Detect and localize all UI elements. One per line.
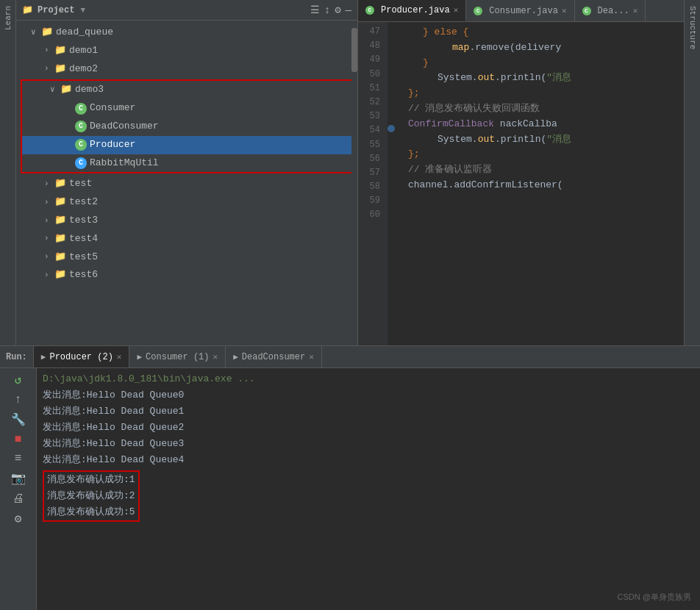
left-sidebar-tabs: Learn: [0, 0, 16, 345]
run-tab-deadconsumer[interactable]: ▶ DeadConsumer ✕: [226, 346, 322, 367]
code-display[interactable]: } else { map.remove(delivery } System.ou…: [388, 22, 684, 345]
code-text: channel.addConfirmListener(: [408, 178, 563, 193]
code-text: System.out.println("消息: [438, 132, 571, 148]
tab-icon: C: [582, 7, 591, 15]
tree-item-demo2[interactable]: › 📁 demo2: [16, 60, 357, 79]
arrow-icon: ›: [44, 62, 54, 76]
restart-icon[interactable]: ↺: [13, 371, 24, 389]
folder-icon: 📁: [54, 232, 66, 247]
align-icon[interactable]: ☰: [310, 4, 320, 16]
console-highlight-1: 消息发布确认成功:1: [47, 472, 135, 488]
console-text: 消息发布确认成功:1: [47, 474, 135, 485]
line-num: 57: [358, 166, 383, 180]
filter-icon[interactable]: ≡: [13, 451, 24, 467]
folder-icon: 📁: [54, 43, 66, 59]
java-class-icon: C: [75, 139, 87, 151]
line-num: 51: [358, 82, 383, 96]
tab-close-icon[interactable]: ✕: [454, 5, 459, 15]
tree-item-deadconsumer[interactable]: C DeadConsumer: [22, 118, 351, 136]
demo3-group: ∨ 📁 demo3 C Consumer C DeadConsum: [21, 79, 353, 173]
tab-producer[interactable]: C Producer.java ✕: [358, 0, 466, 21]
sidebar-tab-structure[interactable]: Structure: [686, 0, 699, 55]
tree-item-dead-queue[interactable]: ∨ 📁 dead_queue: [16, 24, 357, 42]
stop-icon[interactable]: ■: [13, 431, 24, 448]
console-output[interactable]: D:\java\jdk1.8.0_181\bin\java.exe ... 发出…: [37, 368, 700, 610]
arrow-icon: ∨: [50, 84, 60, 97]
camera-icon[interactable]: 📷: [10, 470, 27, 487]
scroll-up-icon[interactable]: ↑: [13, 392, 24, 408]
console-text: 发出消息:Hello Dead Queue2: [43, 422, 184, 433]
tree-item-producer[interactable]: C Producer: [22, 136, 351, 154]
console-text: 消息发布确认成功:2: [47, 490, 135, 501]
editor-content: 47 48 49 50 51 52 53 54 55 56 57 58 59 6…: [358, 22, 684, 345]
tree-item-label: demo2: [69, 62, 98, 77]
settings-icon[interactable]: ⚙: [335, 4, 340, 16]
console-line-2: 发出消息:Hello Dead Queue1: [43, 403, 694, 420]
console-highlight-3: 消息发布确认成功:5: [47, 504, 135, 520]
tree-item-demo1[interactable]: › 📁 demo1: [16, 42, 357, 60]
folder-icon: 📁: [54, 176, 66, 192]
line-num: 58: [358, 180, 383, 194]
tree-item-test3[interactable]: › 📁 test3: [16, 212, 357, 230]
arrow-icon: ›: [44, 269, 54, 282]
code-text: };: [408, 86, 420, 101]
console-red-box: 消息发布确认成功:1 消息发布确认成功:2 消息发布确认成功:5: [43, 470, 140, 522]
tree-item-test6[interactable]: › 📁 test6: [16, 266, 357, 284]
tree-item-test5[interactable]: › 📁 test5: [16, 248, 357, 267]
arrow-icon: ›: [44, 251, 54, 264]
run-tab-producer[interactable]: ▶ Producer (2) ✕: [34, 346, 130, 367]
tree-item-test2[interactable]: › 📁 test2: [16, 193, 357, 212]
tab-consumer[interactable]: C Consumer.java ✕: [466, 0, 574, 21]
line-num: 60: [358, 208, 383, 222]
editor-area: C Producer.java ✕ C Consumer.java ✕ C De…: [358, 0, 684, 345]
tab-close-icon[interactable]: ✕: [117, 352, 122, 362]
tree-item-label: Producer: [90, 137, 135, 153]
project-panel: 📁 Project ▼ ☰ ↕ ⚙ — ∨ 📁 dead_queue: [16, 0, 358, 345]
line-num: 47: [358, 25, 383, 39]
sidebar-tab-learn[interactable]: Learn: [1, 0, 15, 36]
code-line-50: System.out.println("消息: [393, 71, 678, 86]
run-tab-consumer[interactable]: ▶ Consumer (1) ✕: [129, 346, 226, 367]
settings2-icon[interactable]: ⚙: [13, 510, 24, 528]
tree-item-consumer[interactable]: C Consumer: [22, 99, 351, 118]
console-line-5: 发出消息:Hello Dead Queue4: [43, 452, 694, 468]
scrollbar-track[interactable]: [351, 21, 357, 345]
tab-close-icon[interactable]: ✕: [213, 352, 218, 362]
run-icon-deadconsumer: ▶: [233, 352, 238, 362]
project-tree: ∨ 📁 dead_queue › 📁 demo1 › 📁 demo2: [16, 21, 357, 287]
tree-item-test4[interactable]: › 📁 test4: [16, 230, 357, 248]
folder-small-icon: 📁: [22, 4, 33, 15]
tab-dea[interactable]: C Dea... ✕: [575, 0, 646, 21]
run-content: ↺ ↑ 🔧 ■ ≡ 📷 🖨 ⚙ D:\java\jdk1.8.0_181\bin…: [0, 368, 700, 610]
folder-icon: 📁: [54, 213, 66, 229]
tab-close-icon[interactable]: ✕: [633, 6, 638, 15]
console-text: 发出消息:Hello Dead Queue0: [43, 390, 184, 401]
console-line-1: 发出消息:Hello Dead Queue0: [43, 387, 694, 403]
tree-scroll-area: ∨ 📁 dead_queue › 📁 demo1 › 📁 demo2: [16, 21, 357, 345]
minimize-icon[interactable]: —: [346, 4, 351, 16]
folder-icon: 📁: [54, 195, 66, 210]
tab-close-icon[interactable]: ✕: [309, 352, 314, 362]
dropdown-arrow[interactable]: ▼: [80, 6, 85, 15]
bottom-panel: Run: ▶ Producer (2) ✕ ▶ Consumer (1) ✕ ▶…: [0, 345, 700, 610]
right-sidebar: Structure: [684, 0, 700, 345]
tab-close-icon[interactable]: ✕: [562, 6, 567, 15]
run-tab-label: Consumer (1): [146, 352, 209, 362]
print-icon[interactable]: 🖨: [11, 490, 26, 507]
tree-item-label: test6: [69, 268, 98, 283]
wrench-icon[interactable]: 🔧: [10, 411, 27, 428]
java-class-icon: C: [75, 157, 87, 169]
tree-item-test[interactable]: › 📁 test: [16, 175, 357, 193]
folder-icon: 📁: [54, 62, 66, 77]
code-line-53: // 消息发布确认失败回调函数: [393, 101, 678, 117]
line-num: 55: [358, 138, 383, 152]
tree-item-label: test4: [69, 232, 98, 247]
sort-icon[interactable]: ↕: [324, 4, 330, 16]
tab-label: Producer.java: [381, 5, 450, 15]
tree-item-rabbitmqutil[interactable]: C RabbitMqUtil: [22, 154, 351, 173]
panel-title: Project: [38, 5, 74, 15]
console-path-text: D:\java\jdk1.8.0_181\bin\java.exe ...: [43, 373, 255, 384]
line-num: 48: [358, 39, 383, 53]
scrollbar-thumb[interactable]: [351, 28, 357, 72]
tree-item-demo3[interactable]: ∨ 📁 demo3: [22, 81, 351, 99]
